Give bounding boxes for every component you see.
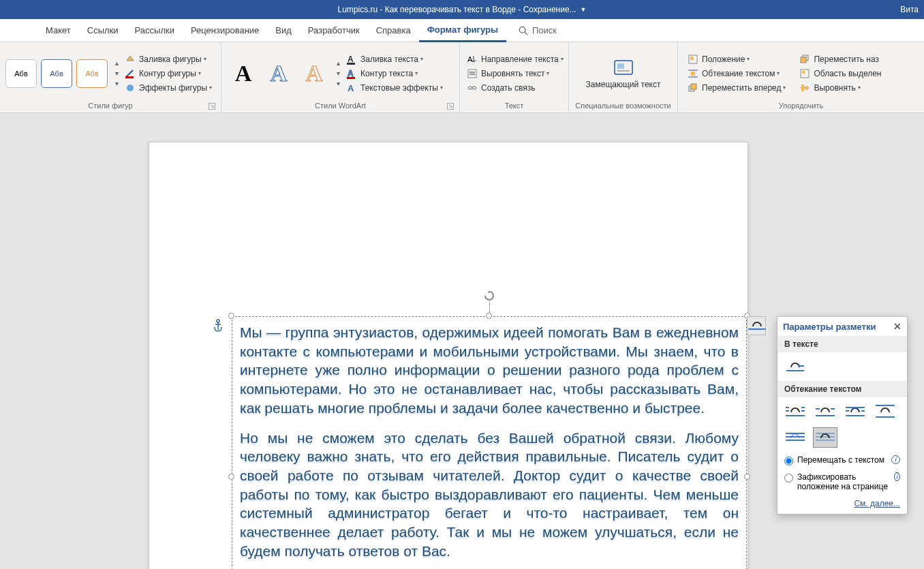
group-label-wordart: Стили WordArt <box>315 102 366 110</box>
align-text-button[interactable]: Выровнять текст▾ <box>467 68 564 79</box>
svg-point-3 <box>127 84 134 91</box>
layout-section-wrap: Обтекание текстом <box>777 381 907 397</box>
shape-preset-1[interactable]: Абв <box>5 59 37 88</box>
svg-point-13 <box>468 87 472 89</box>
resize-handle[interactable] <box>228 474 234 480</box>
radio-move-with-text[interactable]: Перемещать с текстомi <box>777 452 907 469</box>
shape-gallery-up[interactable]: ▴ <box>113 59 121 67</box>
layout-options-button[interactable] <box>747 316 766 335</box>
wordart-preset-2[interactable]: A <box>262 57 295 90</box>
wordart-preset-3[interactable]: A <box>298 57 330 90</box>
svg-rect-10 <box>468 70 476 78</box>
wrap-inline[interactable] <box>783 356 807 377</box>
svg-text:A: A <box>348 55 354 64</box>
svg-rect-31 <box>805 86 808 90</box>
text-fill-button[interactable]: AЗаливка текста▾ <box>346 54 443 65</box>
title-dropdown-icon[interactable]: ▼ <box>581 6 587 13</box>
wordart-gallery-more[interactable]: ▾ <box>335 79 342 88</box>
svg-point-14 <box>472 87 476 89</box>
svg-text:A: A <box>348 83 354 93</box>
rotate-handle-icon[interactable] <box>484 290 495 301</box>
alt-text-icon <box>613 58 634 77</box>
wrap-through[interactable] <box>843 401 867 422</box>
search-label: Поиск <box>532 25 557 35</box>
shape-outline-button[interactable]: Контур фигуры▾ <box>125 68 212 79</box>
tab-help[interactable]: Справка <box>368 19 419 42</box>
send-backward-button[interactable]: Переместить наз <box>799 54 881 65</box>
svg-rect-20 <box>691 72 695 76</box>
svg-text:A: A <box>348 69 354 78</box>
wordart-preset-1[interactable]: A <box>227 57 260 90</box>
group-label-accessibility: Специальные возможности <box>574 102 672 111</box>
text-box[interactable]: Мы — группа энтузиастов, одержимых идеей… <box>232 316 747 569</box>
selection-pane-button[interactable]: Область выделен <box>799 68 881 79</box>
svg-rect-28 <box>802 71 805 74</box>
wordart-gallery-up[interactable]: ▴ <box>335 59 342 67</box>
layout-section-inline: В тексте <box>777 336 907 352</box>
svg-line-1 <box>525 32 527 35</box>
ribbon: Абв Абв Абв ▴ ▾ ▾ Заливка фигуры▾ Контур… <box>0 42 924 113</box>
shape-gallery-more[interactable]: ▾ <box>113 79 121 88</box>
wrap-behind[interactable] <box>783 427 807 448</box>
svg-rect-16 <box>617 63 624 69</box>
text-direction-button[interactable]: АНаправление текста▾ <box>467 54 564 65</box>
shape-fill-button[interactable]: Заливка фигуры▾ <box>125 54 212 65</box>
tab-references[interactable]: Ссылки <box>79 19 127 42</box>
info-icon[interactable]: i <box>891 455 900 464</box>
paragraph-1: Мы — группа энтузиастов, одержимых идеей… <box>240 323 739 418</box>
position-button[interactable]: Положение▾ <box>688 54 786 65</box>
bring-forward-button[interactable]: Переместить вперед▾ <box>688 82 786 93</box>
see-more-link[interactable]: См. далее... <box>777 495 907 514</box>
text-outline-button[interactable]: AКонтур текста▾ <box>346 68 443 79</box>
tab-view[interactable]: Вид <box>267 19 300 42</box>
dialog-launcher-icon[interactable]: ↘ <box>447 103 454 110</box>
svg-rect-30 <box>801 84 804 91</box>
resize-handle[interactable] <box>744 474 750 480</box>
resize-handle[interactable] <box>486 313 492 319</box>
alt-text-button[interactable]: Замещающий текст <box>586 58 661 89</box>
svg-rect-5 <box>347 63 355 65</box>
wrap-square[interactable] <box>783 401 807 422</box>
title-bar: Lumpics.ru - Как переворачивать текст в … <box>0 0 924 19</box>
wrap-infront[interactable] <box>813 427 837 448</box>
group-label-arrange: Упорядочить <box>683 102 919 111</box>
svg-rect-7 <box>347 77 355 79</box>
close-icon[interactable]: ✕ <box>893 321 902 332</box>
svg-rect-26 <box>801 57 806 63</box>
svg-rect-2 <box>125 76 134 78</box>
document-area[interactable]: Мы — группа энтузиастов, одержимых идеей… <box>0 113 924 569</box>
wrap-topbottom[interactable] <box>873 401 897 422</box>
svg-text:А: А <box>467 55 473 63</box>
search-icon <box>519 26 528 35</box>
user-name[interactable]: Вита <box>900 5 919 14</box>
tab-mailings[interactable]: Рассылки <box>127 19 183 42</box>
resize-handle[interactable] <box>228 313 234 319</box>
dialog-launcher-icon[interactable]: ↘ <box>209 103 215 110</box>
text-effects-button[interactable]: AТекстовые эффекты▾ <box>346 82 443 93</box>
create-link-button[interactable]: Создать связь <box>467 82 564 93</box>
layout-popup-title: Параметры разметки <box>783 322 876 332</box>
group-label-shape-styles: Стили фигур <box>88 102 132 110</box>
info-icon[interactable]: i <box>894 472 900 481</box>
wordart-gallery-down[interactable]: ▾ <box>335 69 342 78</box>
radio-fix-on-page[interactable]: Зафиксировать положение на страницеi <box>777 469 907 495</box>
shape-effects-button[interactable]: Эффекты фигуры▾ <box>125 82 212 93</box>
tab-review[interactable]: Рецензирование <box>183 19 267 42</box>
document-title: Lumpics.ru - Как переворачивать текст в … <box>338 5 576 14</box>
wrap-text-button[interactable]: Обтекание текстом▾ <box>688 68 786 79</box>
shape-preset-3[interactable]: Абв <box>76 59 108 88</box>
text-box-content[interactable]: Мы — группа энтузиастов, одержимых идеей… <box>240 323 739 569</box>
tab-layout[interactable]: Макет <box>37 19 79 42</box>
group-label-text: Текст <box>465 102 563 111</box>
search-box[interactable]: Поиск <box>519 25 557 35</box>
align-button[interactable]: Выровнять▾ <box>799 82 881 93</box>
tab-developer[interactable]: Разработчик <box>300 19 368 42</box>
wrap-tight[interactable] <box>813 401 837 422</box>
ribbon-tabs: Макет Ссылки Рассылки Рецензирование Вид… <box>0 19 924 42</box>
shape-preset-2[interactable]: Абв <box>41 59 72 88</box>
anchor-icon <box>213 319 224 333</box>
tab-shape-format[interactable]: Формат фигуры <box>419 19 506 42</box>
shape-gallery-down[interactable]: ▾ <box>113 69 121 78</box>
paragraph-2: Но мы не сможем это сделать без Вашей об… <box>240 429 739 561</box>
svg-rect-24 <box>691 84 696 89</box>
